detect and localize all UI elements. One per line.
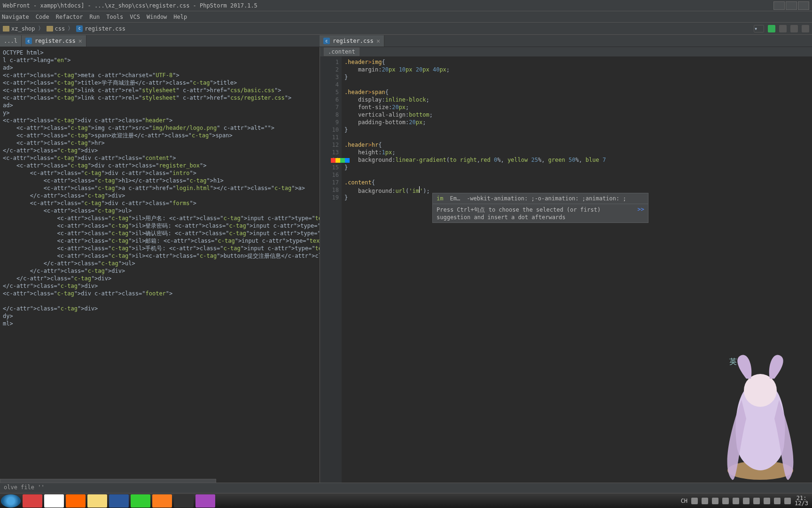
css-file-icon: c xyxy=(76,25,83,32)
tray-icon[interactable] xyxy=(702,498,708,504)
stop-button-icon[interactable] xyxy=(790,25,798,32)
tab-register-css-right[interactable]: c register.css × xyxy=(320,35,384,47)
autocomplete-hint: Press Ctrl+句点 to choose the selected (or… xyxy=(433,204,648,222)
ime-indicator[interactable]: CH xyxy=(681,498,687,504)
taskbar-explorer-icon[interactable] xyxy=(87,494,107,508)
code-breadcrumb[interactable]: .content xyxy=(320,47,812,56)
tray-icon[interactable] xyxy=(743,498,750,504)
close-icon[interactable]: × xyxy=(78,37,82,45)
tab-html[interactable]: ...l xyxy=(0,35,22,47)
menubar[interactable]: Navigate Code Refactor Run Tools VCS Win… xyxy=(0,11,812,23)
menu-run[interactable]: Run xyxy=(90,14,100,20)
menu-window[interactable]: Window xyxy=(147,14,167,20)
start-button[interactable] xyxy=(1,494,21,508)
maximize-button[interactable] xyxy=(786,1,797,10)
titlebar: WebFront - xampp\htdocs] - ...\xz_shop\c… xyxy=(0,0,812,11)
breadcrumb-item[interactable]: cregister.css xyxy=(76,25,125,32)
taskbar-chrome-icon[interactable] xyxy=(44,494,64,508)
status-text: olve file '' xyxy=(4,484,45,491)
taskbar-uc-icon[interactable] xyxy=(66,494,86,508)
autocomplete-item[interactable]: im Em… -webkit-animation: ;-o-animation:… xyxy=(433,193,648,204)
tray-icon[interactable] xyxy=(733,498,739,504)
breadcrumb-item[interactable]: xz_shop xyxy=(3,25,35,32)
menu-navigate[interactable]: Navigate xyxy=(2,14,29,20)
gutter-color-swatches xyxy=(331,158,350,163)
taskbar[interactable]: CH 21: 12/3 xyxy=(0,493,812,508)
color-swatch-yellow xyxy=(336,158,340,163)
run-button-icon[interactable] xyxy=(768,25,775,32)
taskbar-phpstorm-icon[interactable] xyxy=(195,494,215,508)
menu-vcs[interactable]: VCS xyxy=(130,14,140,20)
tray-icon[interactable] xyxy=(712,498,718,504)
run-config-dropdown[interactable]: ▾ xyxy=(754,25,764,32)
right-code-area[interactable]: .header>img{ margin:20px 10px 20px 40px;… xyxy=(342,56,812,484)
clock[interactable]: 21: 12/3 xyxy=(795,496,808,506)
tray-icon[interactable] xyxy=(722,498,729,504)
autocomplete-popup[interactable]: im Em… -webkit-animation: ;-o-animation:… xyxy=(432,193,648,223)
breadcrumb-selector[interactable]: .content xyxy=(324,48,359,56)
taskbar-xampp-icon[interactable] xyxy=(152,494,172,508)
color-swatch-red xyxy=(331,158,336,163)
editor-tabs-row: ...l c register.css × c register.css × xyxy=(0,35,812,47)
close-button[interactable] xyxy=(798,1,809,10)
system-tray[interactable]: CH 21: 12/3 xyxy=(681,496,811,506)
menu-tools[interactable]: Tools xyxy=(106,14,123,20)
css-file-icon: c xyxy=(323,38,330,44)
color-swatch-green xyxy=(340,158,345,163)
taskbar-wechat-icon[interactable] xyxy=(131,494,150,508)
debug-button-icon[interactable] xyxy=(779,25,787,32)
menu-refactor[interactable]: Refactor xyxy=(56,14,83,20)
close-icon[interactable]: × xyxy=(376,37,380,45)
tray-icon[interactable] xyxy=(784,498,791,504)
left-editor[interactable]: OCTYPE html>l c-attr">lang="en">ad><c-at… xyxy=(0,47,320,484)
window-title: WebFront - xampp\htdocs] - ...\xz_shop\c… xyxy=(3,2,258,9)
tray-icon[interactable] xyxy=(753,498,760,504)
editor-split: OCTYPE html>l c-attr">lang="en">ad><c-at… xyxy=(0,47,812,484)
left-editor-pane: OCTYPE html>l c-attr">lang="en">ad><c-at… xyxy=(0,47,320,484)
color-swatch-blue xyxy=(345,158,350,163)
folder-icon xyxy=(3,26,9,32)
taskbar-app-icon[interactable] xyxy=(23,494,42,508)
breadcrumb-item[interactable]: css xyxy=(47,25,65,32)
breadcrumb: xz_shop 〉 css 〉 cregister.css ▾ xyxy=(0,23,812,35)
right-editor-pane: .content 12345678910111213141516171819 .… xyxy=(320,47,812,484)
taskbar-obs-icon[interactable] xyxy=(174,494,194,508)
right-editor[interactable]: 12345678910111213141516171819 .header>im… xyxy=(320,56,812,484)
taskbar-word-icon[interactable] xyxy=(109,494,129,508)
right-tabbar: c register.css × xyxy=(320,35,812,47)
more-link[interactable]: >> xyxy=(638,206,644,221)
line-gutter: 12345678910111213141516171819 xyxy=(320,56,342,484)
tray-icon[interactable] xyxy=(691,498,698,504)
folder-icon xyxy=(47,26,53,32)
ime-badge: 英 xyxy=(729,357,737,367)
tray-icon[interactable] xyxy=(774,498,781,504)
menu-help[interactable]: Help xyxy=(173,14,187,20)
statusbar: olve file '' xyxy=(0,483,812,493)
menu-code[interactable]: Code xyxy=(36,14,49,20)
css-file-icon: c xyxy=(25,38,32,44)
search-icon[interactable] xyxy=(802,25,809,32)
tab-register-css-left[interactable]: c register.css × xyxy=(22,35,86,47)
minimize-button[interactable] xyxy=(773,1,785,10)
left-code-area[interactable]: OCTYPE html>l c-attr">lang="en">ad><c-at… xyxy=(0,47,320,484)
tray-icon[interactable] xyxy=(764,498,770,504)
left-tabbar: ...l c register.css × xyxy=(0,35,320,47)
